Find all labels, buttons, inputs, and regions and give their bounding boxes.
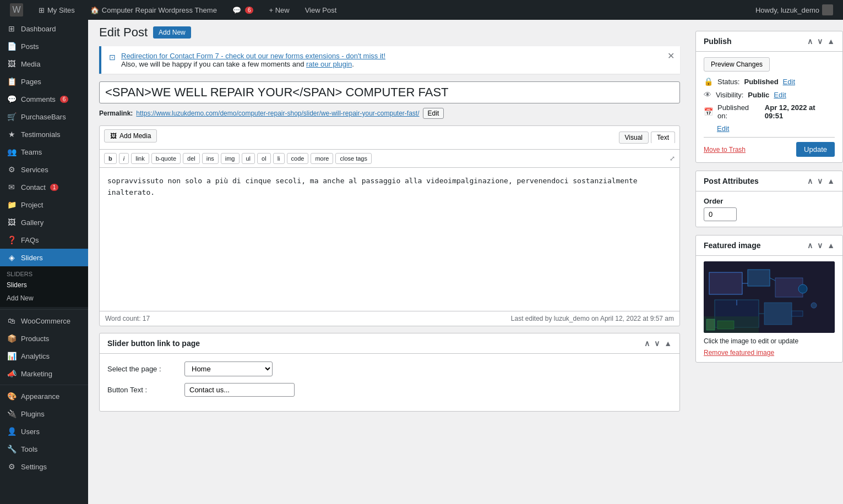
attr-collapse-up[interactable]: ∧ xyxy=(807,177,813,185)
adminbar-new[interactable]: + New xyxy=(264,0,293,20)
tab-text[interactable]: Text xyxy=(651,132,675,144)
publish-toggle[interactable]: ▲ xyxy=(827,37,835,46)
active-indicator xyxy=(86,249,88,266)
add-new-button[interactable]: Add New xyxy=(153,26,191,39)
permalink-url[interactable]: https://www.luzukdemo.com/demo/computer-… xyxy=(136,109,419,117)
preview-changes-button[interactable]: Preview Changes xyxy=(704,57,770,72)
published-edit-link[interactable]: Edit xyxy=(717,124,729,133)
status-edit-link[interactable]: Edit xyxy=(783,78,795,86)
sidebar-item-products[interactable]: 📦 Products xyxy=(0,330,88,347)
format-link[interactable]: link xyxy=(131,153,149,164)
adminbar-site-name[interactable]: 🏠 Computer Repair Wordpress Theme xyxy=(86,0,221,20)
format-toolbar: b i link b-quote del ins img ul ol li co… xyxy=(100,150,679,168)
remove-featured-image-link[interactable]: Remove featured image xyxy=(704,349,774,357)
sidebar-item-faqs[interactable]: ❓ FAQs xyxy=(0,231,88,249)
sidebar-item-analytics[interactable]: 📊 Analytics xyxy=(0,347,88,365)
sidebar-item-sliders[interactable]: ◈ Sliders xyxy=(0,249,88,266)
sidebar-item-project[interactable]: 📁 Project xyxy=(0,196,88,213)
sidebar-item-comments[interactable]: 💬 Comments 6 xyxy=(0,90,88,108)
editor-content[interactable]: sopravvissuto non solo a più di cinque s… xyxy=(100,168,679,311)
main-content: Edit Post Add New ⊡ Redirection for Cont… xyxy=(88,20,843,504)
meta-collapse-down[interactable]: ∨ xyxy=(654,339,660,348)
svg-rect-12 xyxy=(792,311,803,316)
adminbar-howdy[interactable]: Howdy, luzuk_demo xyxy=(751,0,837,20)
feat-toggle[interactable]: ▲ xyxy=(827,241,835,250)
sidebar-item-appearance[interactable]: 🎨 Appearance xyxy=(0,387,88,405)
feat-collapse-up[interactable]: ∧ xyxy=(807,241,813,250)
sidebar-item-gallery[interactable]: 🖼 Gallery xyxy=(0,213,88,231)
meta-toggle[interactable]: ▲ xyxy=(664,339,672,348)
adminbar-view-post[interactable]: View Post xyxy=(301,0,341,20)
post-attributes-title: Post Attributes xyxy=(704,177,759,185)
sidebar-item-posts[interactable]: 📄 Posts xyxy=(0,37,88,55)
attr-collapse-down[interactable]: ∨ xyxy=(817,177,823,185)
sidebar-item-users[interactable]: 👤 Users xyxy=(0,423,88,440)
sidebar-item-pages[interactable]: 📋 Pages xyxy=(0,73,88,90)
publish-collapse-down[interactable]: ∨ xyxy=(817,37,823,46)
calendar-icon: 📅 xyxy=(704,107,713,116)
format-ol[interactable]: ol xyxy=(257,153,271,164)
format-bold[interactable]: b xyxy=(104,153,117,164)
sidebar-item-teams[interactable]: 👥 Teams xyxy=(0,143,88,161)
format-italic[interactable]: i xyxy=(119,153,129,164)
sidebar-item-testimonials[interactable]: ★ Testimonials xyxy=(0,125,88,143)
publish-collapse-up[interactable]: ∧ xyxy=(807,37,813,46)
post-title-input[interactable] xyxy=(99,81,680,103)
last-edited: Last edited by luzuk_demo on April 12, 2… xyxy=(511,315,674,322)
expand-icon[interactable]: ⤢ xyxy=(670,155,675,162)
publish-actions: Move to Trash Update xyxy=(704,137,835,157)
notice-text: Redirection for Contact Form 7 - check o… xyxy=(121,52,672,68)
format-ul[interactable]: ul xyxy=(242,153,255,164)
sidebar-item-services[interactable]: ⚙ Services xyxy=(0,161,88,178)
svg-point-11 xyxy=(811,303,817,308)
teams-icon: 👥 xyxy=(7,147,17,156)
notice-link[interactable]: Redirection for Contact Form 7 - check o… xyxy=(121,52,385,60)
sidebar-item-dashboard[interactable]: ⊞ Dashboard xyxy=(0,20,88,37)
wp-content: ⊞ Dashboard 📄 Posts 🖼 Media 📋 Pages 💬 Co… xyxy=(0,20,843,504)
featured-image-thumbnail[interactable] xyxy=(704,261,835,333)
format-ins[interactable]: ins xyxy=(202,153,219,164)
attr-toggle[interactable]: ▲ xyxy=(827,177,835,185)
button-text-input[interactable] xyxy=(184,383,295,397)
order-label: Order xyxy=(704,197,835,205)
permalink-edit-button[interactable]: Edit xyxy=(423,108,444,119)
format-more[interactable]: more xyxy=(311,153,333,164)
rate-plugin-link[interactable]: rate our plugin xyxy=(306,60,352,68)
format-del[interactable]: del xyxy=(183,153,200,164)
sidebar-item-media[interactable]: 🖼 Media xyxy=(0,55,88,73)
sidebar-item-settings[interactable]: ⚙ Settings xyxy=(0,458,88,475)
adminbar-wp-logo[interactable]: W xyxy=(6,0,28,20)
sidebar-item-tools[interactable]: 🔧 Tools xyxy=(0,440,88,458)
update-button[interactable]: Update xyxy=(796,142,835,157)
format-close-tags[interactable]: close tags xyxy=(335,153,372,164)
contact-icon: ✉ xyxy=(7,183,17,191)
format-li[interactable]: li xyxy=(273,153,285,164)
appearance-icon: 🎨 xyxy=(7,392,17,401)
editor-footer: Word count: 17 Last edited by luzuk_demo… xyxy=(100,311,679,326)
sidebar-item-plugins[interactable]: 🔌 Plugins xyxy=(0,405,88,423)
sidebar-item-marketing[interactable]: 📣 Marketing xyxy=(0,365,88,382)
page-title: Edit Post xyxy=(99,25,148,40)
move-to-trash-link[interactable]: Move to Trash xyxy=(704,146,746,154)
sidebar-item-contact[interactable]: ✉ Contact 1 xyxy=(0,178,88,196)
users-icon: 👤 xyxy=(7,427,17,436)
order-input[interactable] xyxy=(704,207,737,221)
notice-icon: ⊡ xyxy=(109,53,116,62)
add-media-button[interactable]: 🖼 Add Media xyxy=(104,129,157,143)
meta-box-controls: ∧ ∨ ▲ xyxy=(644,339,672,348)
feat-collapse-down[interactable]: ∨ xyxy=(817,241,823,250)
adminbar-my-sites[interactable]: ⊞ My Sites xyxy=(34,0,79,20)
submenu-sliders-list[interactable]: Sliders xyxy=(0,278,88,292)
sidebar-item-woocommerce[interactable]: 🛍 WooCommerce xyxy=(0,312,88,330)
tab-visual[interactable]: Visual xyxy=(619,132,649,144)
meta-collapse-up[interactable]: ∧ xyxy=(644,339,650,348)
format-img[interactable]: img xyxy=(221,153,240,164)
notice-close-button[interactable]: ✕ xyxy=(667,51,675,61)
sidebar-item-purchasebars[interactable]: 🛒 PurchaseBars xyxy=(0,108,88,125)
format-code[interactable]: code xyxy=(287,153,309,164)
page-select[interactable]: Home About Contact Services xyxy=(184,361,273,376)
submenu-sliders-add-new[interactable]: Add New xyxy=(0,292,88,305)
visibility-edit-link[interactable]: Edit xyxy=(774,91,786,99)
adminbar-comments[interactable]: 💬 6 xyxy=(228,0,258,20)
format-bquote[interactable]: b-quote xyxy=(151,153,181,164)
